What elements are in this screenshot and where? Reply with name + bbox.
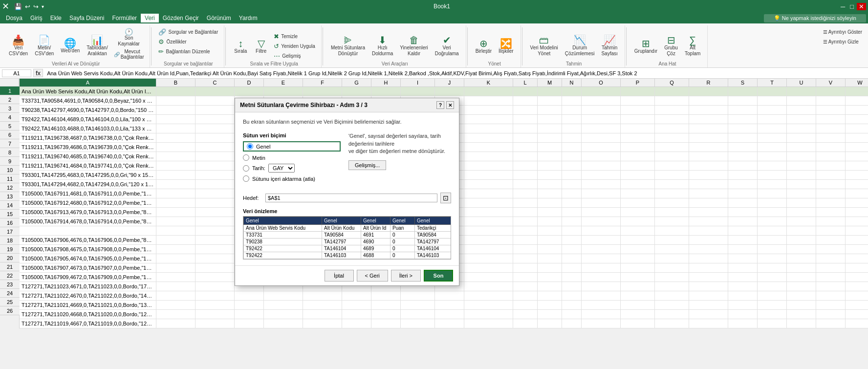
preview-row-4: T92422 TA146104 4689 0 TA146104 — [244, 245, 452, 252]
preview-cell: T33731 — [244, 232, 322, 239]
preview-cell: 4689 — [361, 245, 391, 252]
preview-cell: TA146104 — [415, 245, 452, 252]
genel-description: 'Genel', sayısal değerleri sayılara, tar… — [348, 132, 451, 155]
preview-cell: 0 — [391, 252, 415, 259]
dialog-close-btn[interactable]: ✕ — [446, 101, 454, 109]
dialog-back-btn[interactable]: < Geri — [357, 270, 388, 282]
dialog-overlay: Metni Sütunlara Çevirme Sihirbazı - Adım… — [0, 0, 868, 328]
preview-container[interactable]: Genel Genel Genel Genel Genel Ana Ürün W… — [243, 216, 451, 260]
preview-col-5: Genel — [415, 217, 452, 225]
preview-cell: 4691 — [361, 232, 391, 239]
dialog-cancel-btn[interactable]: İptal — [325, 270, 354, 282]
radio-metin[interactable] — [243, 154, 249, 161]
preview-table: Genel Genel Genel Genel Genel Ana Ürün W… — [243, 217, 451, 259]
radio-atla-item: Sütunu içeri aktarma (atla) — [243, 175, 341, 182]
preview-row-5: T92422 TA146103 4688 0 TA146103 — [244, 252, 452, 259]
preview-col-2: Genel — [322, 217, 361, 225]
preview-cell: Tedarikçi — [415, 225, 452, 232]
dialog-metni-sutunlara: Metni Sütunlara Çevirme Sihirbazı - Adım… — [235, 98, 459, 286]
preview-cell: 4690 — [361, 239, 391, 245]
preview-cell: TA90584 — [415, 232, 452, 239]
preview-cell: TA146103 — [415, 252, 452, 259]
preview-cell: 0 — [391, 239, 415, 245]
target-label: Hedef: — [243, 195, 262, 201]
target-row: Hedef: ⊡ — [243, 193, 451, 203]
preview-cell: 4688 — [361, 252, 391, 259]
preview-cell: Alt Ürün Kodu — [322, 225, 361, 232]
preview-cell: T90238 — [244, 239, 322, 245]
radio-atla[interactable] — [243, 175, 249, 182]
radio-genel-container: Genel — [243, 141, 341, 152]
preview-cell: T92422 — [244, 245, 322, 252]
radio-group-format: Genel Metin Tarih: GAY GYA — [243, 141, 341, 182]
preview-row-3: T90238 TA142797 4690 0 TA142797 — [244, 239, 452, 245]
radio-genel-label[interactable]: Genel — [256, 144, 270, 150]
dialog-body: Bu ekran sütunların seçmenizi ve Veri Bi… — [235, 112, 459, 265]
radio-atla-label[interactable]: Sütunu içeri aktarma (atla) — [252, 176, 315, 182]
advanced-button[interactable]: Gelişmiş... — [348, 160, 386, 170]
preview-cell: TA146103 — [322, 252, 361, 259]
radio-tarih-label[interactable]: Tarih: — [252, 165, 265, 171]
preview-col-1: Genel — [244, 217, 322, 225]
preview-cell: Alt Ürün Id — [361, 225, 391, 232]
radio-tarih-item: Tarih: GAY GYA AGY — [243, 164, 341, 173]
radio-genel[interactable] — [247, 143, 253, 150]
preview-cell: TA142797 — [415, 239, 452, 245]
preview-cell: 0 — [391, 245, 415, 252]
preview-col-3: Genel — [361, 217, 391, 225]
dialog-title: Metni Sütunlara Çevirme Sihirbazı - Adım… — [240, 102, 368, 109]
target-input[interactable] — [265, 194, 437, 202]
preview-cell: 0 — [391, 232, 415, 239]
radio-tarih[interactable] — [243, 165, 249, 172]
dialog-description: Bu ekran sütunların seçmenizi ve Veri Bi… — [243, 118, 451, 126]
dialog-footer: İptal < Geri İleri > Son — [235, 265, 459, 285]
dialog-next-btn[interactable]: İleri > — [391, 270, 421, 282]
preview-cell: TA142797 — [322, 239, 361, 245]
preview-label: Veri önizleme — [243, 208, 451, 214]
preview-cell: Puan — [391, 225, 415, 232]
preview-cell: TA90584 — [322, 232, 361, 239]
dialog-titlebar: Metni Sütunlara Çevirme Sihirbazı - Adım… — [235, 98, 459, 112]
target-select-btn[interactable]: ⊡ — [440, 193, 451, 203]
preview-row-1: Ana Ürün Web Servis Kodu Alt Ürün Kodu A… — [244, 225, 452, 232]
preview-row-2: T33731 TA90584 4691 0 TA90584 — [244, 232, 452, 239]
preview-section: Veri önizleme Genel Genel Genel Genel Ge… — [243, 208, 451, 260]
preview-cell: T92422 — [244, 252, 322, 259]
radio-metin-item: Metin — [243, 154, 341, 161]
preview-cell: Ana Ürün Web Servis Kodu — [244, 225, 322, 232]
date-format-select[interactable]: GAY GYA AGY — [268, 164, 295, 173]
dialog-help-btn[interactable]: ? — [436, 101, 444, 109]
preview-col-4: Genel — [391, 217, 415, 225]
preview-cell: TA146104 — [322, 245, 361, 252]
radio-metin-label[interactable]: Metin — [252, 155, 265, 161]
column-format-label: Sütun veri biçimi — [243, 132, 341, 138]
dialog-finish-btn[interactable]: Son — [424, 270, 453, 282]
